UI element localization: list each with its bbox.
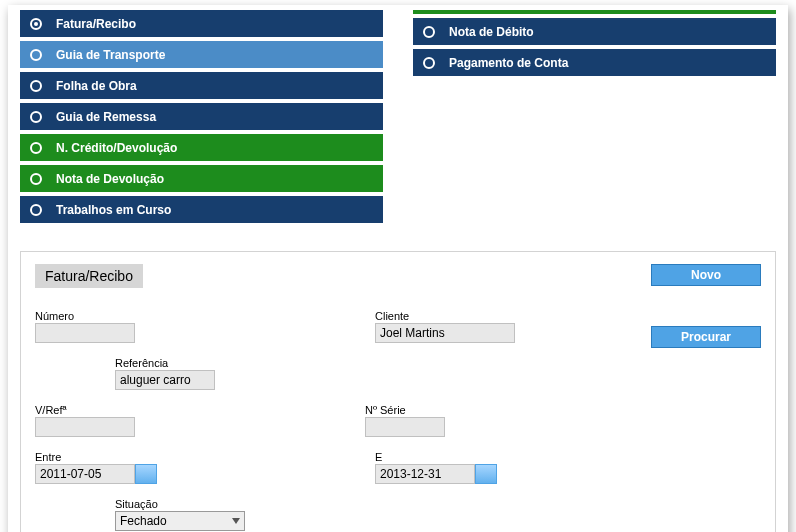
doc-type-nota-debito[interactable]: Nota de Débito: [413, 18, 776, 45]
cliente-input[interactable]: [375, 323, 515, 343]
doc-type-selector: Fatura/Recibo Guia de Transporte Folha d…: [8, 5, 788, 227]
nserie-label: Nº Série: [365, 404, 445, 416]
field-entre: Entre: [35, 451, 375, 484]
doc-type-guia-remessa[interactable]: Guia de Remessa: [20, 103, 383, 130]
doc-type-label: Fatura/Recibo: [56, 17, 136, 31]
field-referencia: Referência: [115, 357, 455, 390]
radio-icon: [30, 204, 42, 216]
doc-type-right-column: Nota de Débito Pagamento de Conta: [413, 10, 776, 80]
doc-type-label: Folha de Obra: [56, 79, 137, 93]
doc-type-folha-obra[interactable]: Folha de Obra: [20, 72, 383, 99]
situacao-value: Fechado: [120, 514, 167, 528]
doc-type-label: Nota de Devolução: [56, 172, 164, 186]
calendar-icon[interactable]: [475, 464, 497, 484]
field-vref: V/Refª: [35, 404, 365, 437]
referencia-label: Referência: [115, 357, 455, 369]
vref-input[interactable]: [35, 417, 135, 437]
referencia-input[interactable]: [115, 370, 215, 390]
doc-type-label: Trabalhos em Curso: [56, 203, 171, 217]
doc-type-n-credito-devolucao[interactable]: N. Crédito/Devolução: [20, 134, 383, 161]
e-label: E: [375, 451, 705, 463]
situacao-label: Situação: [115, 498, 455, 510]
search-form-panel: Fatura/Recibo Novo Procurar Número Clien…: [20, 251, 776, 532]
numero-input[interactable]: [35, 323, 135, 343]
doc-type-pagamento-conta[interactable]: Pagamento de Conta: [413, 49, 776, 76]
doc-type-guia-transporte[interactable]: Guia de Transporte: [20, 41, 383, 68]
radio-icon: [30, 18, 42, 30]
nserie-input[interactable]: [365, 417, 445, 437]
numero-label: Número: [35, 310, 375, 322]
cliente-label: Cliente: [375, 310, 705, 322]
field-e: E: [375, 451, 705, 484]
doc-type-fatura-recibo[interactable]: Fatura/Recibo: [20, 10, 383, 37]
doc-type-label: Guia de Remessa: [56, 110, 156, 124]
radio-icon: [30, 111, 42, 123]
doc-type-label: N. Crédito/Devolução: [56, 141, 177, 155]
doc-type-trabalhos-curso[interactable]: Trabalhos em Curso: [20, 196, 383, 223]
vref-label: V/Refª: [35, 404, 365, 416]
calendar-icon[interactable]: [135, 464, 157, 484]
situacao-select[interactable]: Fechado: [115, 511, 245, 531]
e-input[interactable]: [375, 464, 475, 484]
app-window: Fatura/Recibo Guia de Transporte Folha d…: [8, 5, 788, 532]
panel-title: Fatura/Recibo: [35, 264, 143, 288]
radio-icon: [30, 80, 42, 92]
doc-type-label: Pagamento de Conta: [449, 56, 568, 70]
radio-icon: [423, 57, 435, 69]
doc-type-left-column: Fatura/Recibo Guia de Transporte Folha d…: [20, 10, 383, 227]
doc-type-label: Guia de Transporte: [56, 48, 165, 62]
field-nserie: Nº Série: [365, 404, 445, 437]
doc-type-label: Nota de Débito: [449, 25, 534, 39]
doc-type-nota-devolucao[interactable]: Nota de Devolução: [20, 165, 383, 192]
radio-icon: [30, 142, 42, 154]
radio-icon: [423, 26, 435, 38]
field-situacao: Situação Fechado: [115, 498, 455, 531]
right-column-accent: [413, 10, 776, 14]
field-numero: Número: [35, 310, 375, 343]
radio-icon: [30, 49, 42, 61]
entre-label: Entre: [35, 451, 375, 463]
entre-input[interactable]: [35, 464, 135, 484]
radio-icon: [30, 173, 42, 185]
novo-button[interactable]: Novo: [651, 264, 761, 286]
procurar-button[interactable]: Procurar: [651, 326, 761, 348]
